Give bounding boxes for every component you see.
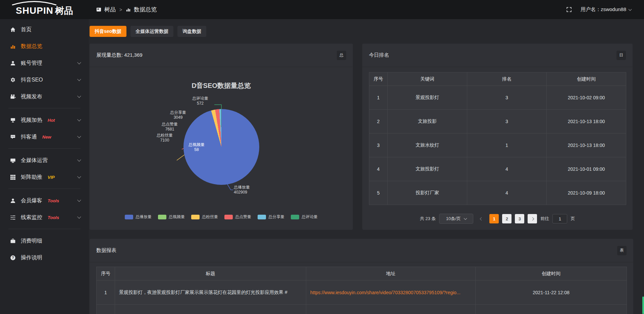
tab-douyin-seo-data[interactable]: 抖音seo数据 bbox=[90, 26, 126, 37]
sidebar-item-video-heat[interactable]: 视频加热 Hot bbox=[0, 112, 89, 128]
tab-media-ops-data[interactable]: 全媒体运营数据 bbox=[130, 26, 173, 37]
overview-panel: 展现量总数: 421,369 总 D音SEO数据量总览 总评论量572 总分享量… bbox=[90, 44, 353, 230]
chart-legend: 总播放量 总视频量 总粉丝量 总点赞量 总分享量 bbox=[90, 214, 353, 220]
sidebar-item-label: 数据总览 bbox=[21, 43, 42, 50]
sidebar-item-expense[interactable]: 消费明细 bbox=[0, 232, 89, 249]
chevron-down-icon bbox=[77, 198, 81, 202]
bar-chart-icon bbox=[126, 7, 131, 12]
impressions-total-label: 展现量总数: bbox=[96, 52, 123, 58]
dashboard-icon bbox=[96, 7, 101, 12]
sidebar-item-media-ops[interactable]: 全媒体运营 bbox=[0, 152, 89, 169]
sidebar-divider bbox=[8, 189, 80, 189]
chevron-right-icon bbox=[531, 217, 534, 220]
goto-page-input[interactable] bbox=[552, 214, 567, 223]
table-row bbox=[97, 305, 627, 314]
chat-icon bbox=[10, 134, 16, 140]
legend-swatch bbox=[158, 215, 166, 219]
col-created: 创建时间 bbox=[476, 267, 627, 280]
bar-chart-icon bbox=[10, 44, 16, 49]
gear-icon bbox=[10, 77, 16, 83]
col-created: 创建时间 bbox=[547, 72, 626, 86]
sidebar-item-data-overview[interactable]: 数据总览 bbox=[0, 38, 89, 55]
sidebar-item-label: 首页 bbox=[21, 26, 32, 33]
data-tabs: 抖音seo数据 全媒体运营数据 询盘数据 bbox=[90, 26, 206, 37]
sidebar-item-leads-monitor[interactable]: 线索监控 Tools bbox=[0, 209, 89, 226]
callout-comments: 总评论量572 bbox=[185, 96, 215, 106]
sidebar-divider bbox=[8, 148, 80, 149]
page-button-1[interactable]: 1 bbox=[489, 214, 499, 223]
top-header: SHUPIN 树品 树品 > 数据总览 用户名：zswodun88 bbox=[0, 0, 644, 19]
chevron-down-icon bbox=[77, 174, 81, 178]
monitor-icon bbox=[10, 158, 16, 163]
col-index: 序号 bbox=[369, 72, 388, 86]
table-row: 4 文旅投影灯 4 2021-10-01 09:00 bbox=[369, 157, 626, 181]
breadcrumb-separator: > bbox=[119, 7, 122, 12]
impressions-total-value: 421,369 bbox=[124, 52, 142, 58]
sidebar-item-label: 全媒体运营 bbox=[21, 157, 48, 164]
sidebar-item-label: 矩阵助推 bbox=[21, 174, 42, 181]
sidebar-item-help[interactable]: ? 操作说明 bbox=[0, 249, 89, 266]
legend-item-fans[interactable]: 总粉丝量 bbox=[191, 214, 218, 220]
sidebar-item-doukertong[interactable]: 抖客通 New bbox=[0, 128, 89, 145]
callout-likes: 总点赞量7681 bbox=[158, 122, 182, 132]
legend-item-videos[interactable]: 总视频量 bbox=[158, 214, 185, 220]
video-title-cell: 景观投影灯，夜游景观投影灯厂家展示展示落花灯在花园里的灯光投影应用效果 # bbox=[115, 280, 306, 305]
sidebar-item-matrix-boost[interactable]: 矩阵助推 VIP bbox=[0, 169, 89, 186]
fullscreen-icon[interactable] bbox=[566, 7, 572, 12]
page-button-2[interactable]: 2 bbox=[502, 214, 512, 223]
table-header-row: 序号 标题 地址 创建时间 bbox=[97, 267, 627, 280]
col-keyword: 关键词 bbox=[388, 72, 467, 86]
legend-item-shares[interactable]: 总分享量 bbox=[258, 214, 284, 220]
sidebar-item-account[interactable]: 账号管理 bbox=[0, 55, 89, 71]
chevron-down-icon bbox=[629, 7, 632, 11]
legend-item-likes[interactable]: 总点赞量 bbox=[224, 214, 251, 220]
legend-item-plays[interactable]: 总播放量 bbox=[125, 214, 152, 220]
legend-swatch bbox=[224, 215, 233, 219]
sidebar-item-douyin-seo[interactable]: 抖音SEO bbox=[0, 71, 89, 88]
user-menu[interactable]: 用户名：zswodun88 bbox=[581, 6, 631, 13]
page-button-3[interactable]: 3 bbox=[515, 214, 524, 223]
goto-label: 前往 bbox=[540, 216, 549, 222]
page-size-select[interactable]: 10条/页 bbox=[439, 214, 473, 224]
vip-badge: VIP bbox=[48, 175, 55, 180]
legend-swatch bbox=[258, 215, 266, 219]
prev-page-button[interactable] bbox=[477, 214, 486, 223]
goto-suffix: 页 bbox=[571, 216, 575, 222]
callout-shares: 总分享量3049 bbox=[166, 110, 190, 120]
legend-swatch bbox=[291, 215, 299, 219]
main-content: 抖音seo数据 全媒体运营数据 询盘数据 展现量总数: 421,369 总 D音… bbox=[89, 19, 644, 314]
breadcrumb-root[interactable]: 树品 bbox=[104, 6, 116, 13]
logo-text-cn: 树品 bbox=[55, 5, 73, 17]
tab-inquiry-data[interactable]: 询盘数据 bbox=[177, 26, 206, 37]
chevron-down-icon bbox=[77, 158, 81, 161]
sidebar-item-label: 抖音SEO bbox=[21, 76, 43, 84]
sidebar-item-label: 线索监控 bbox=[21, 214, 42, 221]
ranking-panel-title: 今日排名 bbox=[369, 52, 389, 58]
logo-text-en: SHUPIN bbox=[16, 5, 53, 16]
table-header-row: 序号 关键词 排名 创建时间 bbox=[369, 72, 626, 86]
daily-view-button[interactable]: 日 bbox=[616, 51, 626, 60]
video-link[interactable]: https://www.iesdouyin.com/share/video/70… bbox=[310, 290, 461, 295]
sidebar-item-member[interactable]: 会员爆客 Tools bbox=[0, 192, 89, 209]
chevron-down-icon bbox=[464, 217, 467, 220]
grid-icon bbox=[10, 174, 16, 180]
app-logo: SHUPIN 树品 bbox=[0, 0, 89, 19]
legend-swatch bbox=[191, 215, 200, 219]
table-view-button[interactable]: 表 bbox=[617, 246, 627, 255]
col-url: 地址 bbox=[306, 267, 476, 280]
legend-item-comments[interactable]: 总评论量 bbox=[291, 214, 318, 220]
sidebar-item-label: 会员爆客 bbox=[21, 197, 42, 204]
next-page-button[interactable] bbox=[528, 214, 537, 223]
report-panel-title: 数据报表 bbox=[96, 247, 116, 254]
col-title: 标题 bbox=[115, 267, 306, 280]
total-view-button[interactable]: 总 bbox=[337, 51, 346, 60]
pagination-total: 共 23 条 bbox=[420, 216, 436, 222]
chevron-down-icon bbox=[77, 60, 81, 64]
sidebar: 首页 数据总览 账号管理 抖音SEO 视频发布 视频加热 Hot 抖客通 New… bbox=[0, 19, 89, 314]
user-icon bbox=[10, 198, 16, 204]
sidebar-item-home[interactable]: 首页 bbox=[0, 21, 89, 38]
scrollbar-thumb[interactable] bbox=[642, 297, 644, 314]
sidebar-item-video-publish[interactable]: 视频发布 bbox=[0, 88, 89, 105]
chevron-left-icon bbox=[480, 217, 483, 220]
table-row: 1 景观投影灯 3 2021-10-02 09:00 bbox=[369, 86, 626, 110]
